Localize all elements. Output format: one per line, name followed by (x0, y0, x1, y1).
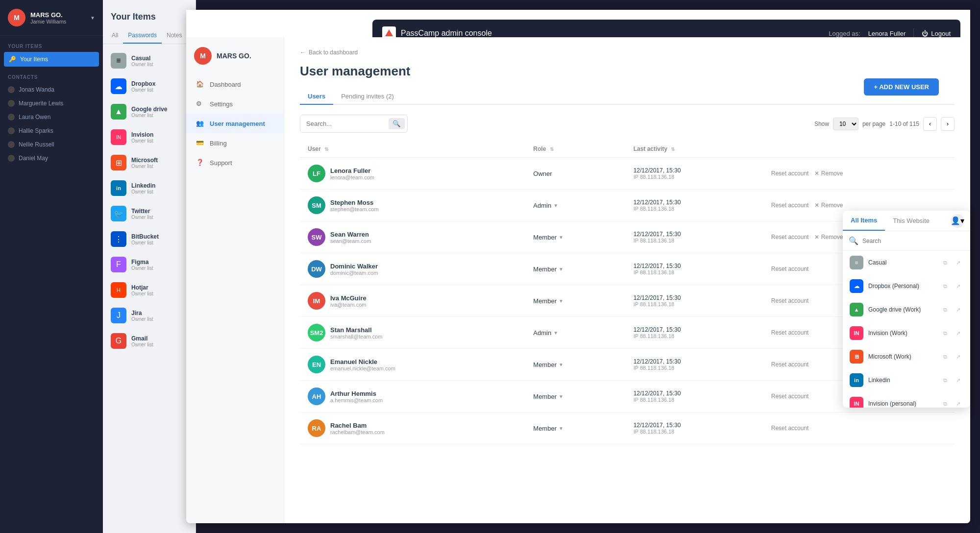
sidebar-item-your-items[interactable]: 🔑 Your Items (4, 52, 99, 67)
next-page-button[interactable]: › (941, 117, 955, 131)
contact-item-daniel[interactable]: Daniel May (0, 151, 103, 165)
popup-copy-button[interactable]: ⧉ (940, 351, 951, 362)
popup-tab-this-website[interactable]: This Website (885, 211, 937, 230)
list-item-casual[interactable]: ≡ Casual Owner list (103, 48, 196, 73)
popup-list-item[interactable]: IN Invision (personal) ⧉ ↗ (843, 392, 970, 408)
popup-copy-button[interactable]: ⧉ (940, 281, 951, 291)
list-item-gdrive[interactable]: ▲ Google drive Owner list (103, 99, 196, 124)
popup-open-button[interactable]: ↗ (953, 328, 963, 339)
activity-ip: IP 88.118.136.18 (634, 174, 756, 180)
contact-item-nellie[interactable]: Nellie Russell (0, 138, 103, 151)
logged-name: Lenora Fuller (868, 30, 906, 37)
contact-item-marguerite[interactable]: Marguerite Lewis (0, 97, 103, 110)
role-cell: Member ▼ (525, 285, 625, 317)
reset-account-button[interactable]: Reset account (771, 425, 809, 432)
popup-open-button[interactable]: ↗ (953, 375, 963, 386)
list-item-jira[interactable]: J Jira Owner list (103, 303, 196, 328)
nav-item-settings[interactable]: ⚙ Settings (186, 94, 284, 114)
role-select[interactable]: Member ▼ (533, 297, 617, 305)
nav-label-support: Support (210, 159, 232, 167)
back-arrow-icon: ← (300, 49, 306, 56)
logout-button[interactable]: ⏻ Logout (922, 30, 951, 37)
house-icon: 🏠 (196, 80, 204, 88)
item-name: Google drive (131, 106, 188, 113)
col-user[interactable]: User ⇅ (300, 141, 525, 158)
popup-copy-button[interactable]: ⧉ (940, 257, 951, 268)
tab-all[interactable]: All (107, 28, 123, 44)
col-activity[interactable]: Last activity ⇅ (626, 141, 763, 158)
add-user-button[interactable]: + ADD NEW USER (864, 78, 939, 96)
tab-users[interactable]: Users (300, 89, 333, 105)
role-select[interactable]: Admin ▼ (533, 329, 617, 337)
reset-account-button[interactable]: Reset account (771, 361, 809, 368)
popup-copy-button[interactable]: ⧉ (940, 375, 951, 386)
popup-copy-button[interactable]: ⧉ (940, 304, 951, 315)
popup-open-button[interactable]: ↗ (953, 351, 963, 362)
list-item-dropbox[interactable]: ☁ Dropbox Owner list (103, 73, 196, 99)
contact-item-laura[interactable]: Laura Owen (0, 110, 103, 124)
prev-page-button[interactable]: ‹ (923, 117, 937, 131)
remove-button[interactable]: ✕ Remove (814, 234, 843, 241)
popup-open-button[interactable]: ↗ (953, 398, 963, 408)
popup-list-item[interactable]: ≡ Casual ⧉ ↗ (843, 251, 970, 274)
logout-label: Logout (931, 30, 951, 37)
per-page-select[interactable]: 10 25 50 (833, 118, 858, 130)
role-select[interactable]: Admin ▼ (533, 202, 617, 209)
item-sub: Owner list (131, 316, 188, 322)
list-item-bitbucket[interactable]: ⋮ BitBucket Owner list (103, 226, 196, 252)
reset-account-button[interactable]: Reset account (771, 234, 809, 241)
reset-account-button[interactable]: Reset account (771, 202, 809, 209)
popup-search-input[interactable] (862, 238, 964, 244)
remove-button[interactable]: ✕ Remove (814, 170, 843, 177)
search-input[interactable] (306, 120, 389, 127)
nav-item-dashboard[interactable]: 🏠 Dashboard (186, 74, 284, 94)
role-label: Member (533, 361, 557, 368)
nav-item-support[interactable]: ❓ Support (186, 153, 284, 172)
popup-list-item[interactable]: ⊞ Microsoft (Work) ⧉ ↗ (843, 345, 970, 368)
role-select[interactable]: Member ▼ (533, 425, 617, 432)
popup-open-button[interactable]: ↗ (953, 281, 963, 291)
tab-notes[interactable]: Notes (162, 28, 187, 44)
popup-list-item[interactable]: ▲ Google drive (Work) ⧉ ↗ (843, 298, 970, 321)
contact-item-hallie[interactable]: Hallie Sparks (0, 124, 103, 138)
nav-item-billing[interactable]: 💳 Billing (186, 133, 284, 153)
list-item-twitter[interactable]: 🐦 Twitter Owner list (103, 201, 196, 226)
activity-time: 12/12/2017, 15:30 (634, 167, 756, 174)
popup-tab-all[interactable]: All Items (843, 211, 885, 231)
popup-list-item[interactable]: in Linkedin ⧉ ↗ (843, 368, 970, 392)
list-item-invision[interactable]: IN Invision Owner list (103, 124, 196, 150)
contact-item-jonas[interactable]: Jonas Wanda (0, 83, 103, 97)
reset-account-button[interactable]: Reset account (771, 170, 809, 177)
remove-button[interactable]: ✕ Remove (814, 202, 843, 209)
col-role[interactable]: Role ⇅ (525, 141, 625, 158)
list-item-microsoft[interactable]: ⊞ Microsoft Owner list (103, 150, 196, 175)
tab-pending[interactable]: Pending invites (2) (333, 89, 402, 105)
popup-copy-button[interactable]: ⧉ (940, 328, 951, 339)
popup-open-button[interactable]: ↗ (953, 257, 963, 268)
popup-open-button[interactable]: ↗ (953, 304, 963, 315)
popup-account-icon[interactable]: 👤▾ (951, 214, 964, 228)
user-name: Stan Marshall (330, 326, 517, 334)
list-item-linkedin[interactable]: in Linkedin Owner list (103, 175, 196, 201)
popup-copy-button[interactable]: ⧉ (940, 398, 951, 408)
popup-list-item[interactable]: IN Invision (Work) ⧉ ↗ (843, 321, 970, 345)
sidebar-brand[interactable]: M MARS GO. Jamie Williams ▼ (0, 0, 103, 36)
role-select[interactable]: Member ▼ (533, 234, 617, 241)
top-bar-right: Logged as: Lenora Fuller ⏻ Logout (829, 28, 951, 38)
reset-account-button[interactable]: Reset account (771, 266, 809, 272)
role-select[interactable]: Member ▼ (533, 266, 617, 273)
role-select[interactable]: Member ▼ (533, 361, 617, 368)
user-cell: SM2 Stan Marshall smarshall@team.com (300, 317, 525, 349)
list-item-figma[interactable]: F Figma Owner list (103, 252, 196, 277)
tab-passwords[interactable]: Passwords (123, 28, 162, 44)
reset-account-button[interactable]: Reset account (771, 393, 809, 400)
reset-account-button[interactable]: Reset account (771, 329, 809, 336)
back-link[interactable]: ← Back to dashboard (300, 49, 955, 56)
nav-item-user-management[interactable]: 👥 User management (186, 114, 284, 133)
list-item-hotjar[interactable]: H Hotjar Owner list (103, 277, 196, 303)
role-select[interactable]: Member ▼ (533, 393, 617, 400)
popup-list-item[interactable]: ☁ Dropbox (Personal) ⧉ ↗ (843, 274, 970, 298)
search-button[interactable]: 🔍 (389, 118, 405, 129)
reset-account-button[interactable]: Reset account (771, 297, 809, 304)
list-item-gmail[interactable]: G Gmail Owner list (103, 328, 196, 354)
